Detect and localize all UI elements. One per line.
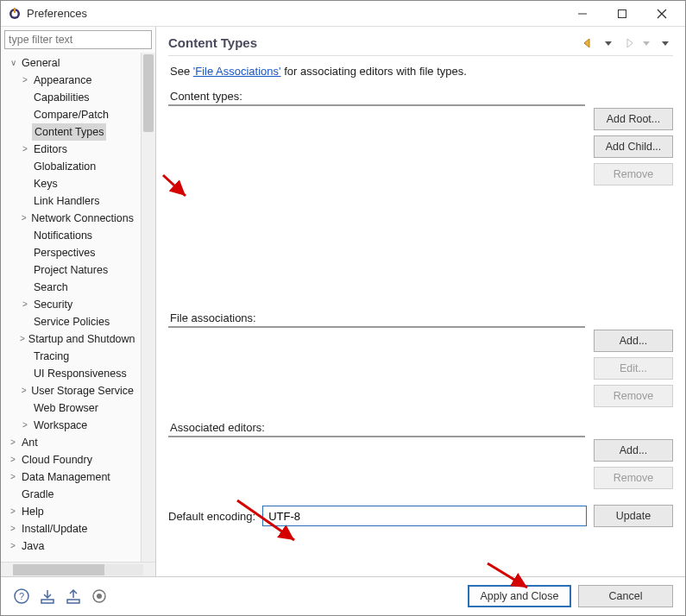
cancel-button[interactable]: Cancel (578, 585, 673, 607)
nav-item-startup-and-shutdown[interactable]: >Startup and Shutdown (4, 330, 141, 348)
nav-item-link-handlers[interactable]: Link Handlers (4, 192, 141, 210)
nav-item-user-storage-service[interactable]: >User Storage Service (4, 382, 141, 399)
nav-item-tracing[interactable]: Tracing (4, 348, 141, 365)
view-menu-icon[interactable] (658, 36, 673, 50)
nav-item-general[interactable]: ∨General (4, 54, 141, 72)
nav-item-globalization[interactable]: Globalization (4, 158, 141, 175)
help-icon[interactable]: ? (13, 588, 30, 605)
nav-item-help[interactable]: >Help (4, 503, 141, 520)
twisty-icon: > (20, 296, 30, 313)
filter-input[interactable] (4, 30, 152, 49)
add-editor-button[interactable]: Add... (594, 439, 673, 462)
remove-editor-button[interactable]: Remove (594, 467, 673, 489)
nav-item-keys[interactable]: Keys (4, 175, 141, 192)
nav-item-web-browser[interactable]: Web Browser (4, 399, 141, 417)
nav-item-label: Network Connections (29, 210, 135, 227)
nav-item-java[interactable]: >Java (4, 537, 141, 555)
add-child-button[interactable]: Add Child... (594, 135, 673, 158)
forward-icon[interactable] (620, 36, 635, 50)
nav-item-label: Service Policies (32, 313, 111, 330)
nav-item-cloud-foundry[interactable]: >Cloud Foundry (4, 451, 141, 468)
nav-item-label: Notifications (32, 227, 94, 244)
nav-item-workspace[interactable]: >Workspace (4, 417, 141, 434)
nav-item-install-update[interactable]: >Install/Update (4, 520, 141, 537)
nav-item-perspectives[interactable]: Perspectives (4, 244, 141, 261)
associated-editors-label: Associated editors: (170, 421, 671, 434)
content-types-label: Content types: (170, 90, 671, 103)
right-panel: Content Types See 'File Associations' fo… (156, 27, 685, 576)
default-encoding-label: Default encoding: (168, 510, 255, 523)
nav-item-label: Link Handlers (32, 192, 101, 210)
svg-rect-2 (14, 8, 16, 13)
twisty-icon: > (8, 468, 18, 486)
add-root-button[interactable]: Add Root... (594, 108, 673, 130)
nav-item-editors[interactable]: >Editors (4, 141, 141, 158)
nav-tree-scrollbar[interactable] (141, 53, 155, 562)
nav-item-ant[interactable]: >Ant (4, 434, 141, 451)
nav-item-label: Web Browser (32, 399, 100, 417)
titlebar: Preferences (1, 1, 685, 27)
remove-content-type-button[interactable]: Remove (594, 163, 673, 185)
file-associations-link[interactable]: 'File Associations' (193, 65, 281, 78)
nav-item-compare-patch[interactable]: Compare/Patch (4, 106, 141, 123)
default-encoding-input[interactable] (262, 506, 587, 526)
twisty-icon: > (20, 382, 28, 399)
import-icon[interactable] (39, 588, 56, 605)
associated-editors-list[interactable]: PPython EditorText EditorTGeneric Text E… (168, 436, 585, 437)
filter-wrapper (4, 30, 152, 49)
export-icon[interactable] (65, 588, 82, 605)
back-icon[interactable] (582, 36, 597, 50)
nav-item-label: Globalization (32, 158, 98, 175)
nav-item-content-types[interactable]: Content Types (4, 123, 141, 141)
nav-item-security[interactable]: >Security (4, 296, 141, 313)
forward-menu-icon[interactable] (639, 36, 654, 50)
nav-item-data-management[interactable]: >Data Management (4, 468, 141, 486)
nav-tree-hscroll[interactable] (1, 562, 155, 576)
nav-item-ui-responsiveness[interactable]: UI Responsiveness (4, 365, 141, 382)
back-menu-icon[interactable] (601, 36, 616, 50)
file-associations-list[interactable]: SConstruct*.pxd*.pxi*.py* nvi (168, 326, 585, 328)
nav-item-search[interactable]: Search (4, 279, 141, 296)
nav-item-label: Install/Update (20, 520, 89, 537)
nav-item-label: Java (20, 537, 46, 555)
nav-tree[interactable]: ∨General>AppearanceCapabilitiesCompare/P… (1, 53, 141, 562)
twisty-icon: > (20, 330, 25, 348)
nav-item-service-policies[interactable]: Service Policies (4, 313, 141, 330)
nav-item-label: Help (20, 503, 46, 520)
nav-item-label: Keys (32, 175, 60, 192)
footer: ? Apply and Close Cancel (1, 577, 685, 615)
nav-item-label: UI Responsiveness (32, 365, 129, 382)
update-encoding-button[interactable]: Update (594, 505, 673, 527)
nav-item-network-connections[interactable]: >Network Connections (4, 210, 141, 227)
remove-file-assoc-button[interactable]: Remove (594, 385, 673, 407)
add-file-assoc-button[interactable]: Add... (594, 330, 673, 352)
nav-item-label: Editors (32, 141, 69, 158)
nav-item-project-natures[interactable]: Project Natures (4, 261, 141, 279)
twisty-icon: > (20, 141, 30, 158)
apply-and-close-button[interactable]: Apply and Close (468, 585, 571, 607)
intro-text: See 'File Associations' for associating … (170, 65, 671, 78)
minimize-button[interactable] (563, 2, 602, 26)
nav-item-label: General (20, 54, 61, 72)
nav-item-label: Gradle (20, 486, 56, 503)
close-button[interactable] (642, 2, 682, 26)
nav-item-label: Tracing (32, 348, 71, 365)
app-icon (8, 7, 22, 21)
edit-file-assoc-button[interactable]: Edit... (594, 357, 673, 380)
nav-item-appearance[interactable]: >Appearance (4, 72, 141, 89)
twisty-icon: > (8, 520, 18, 537)
oomph-icon[interactable] (91, 588, 108, 605)
twisty-icon: > (20, 72, 30, 89)
twisty-icon: > (8, 434, 18, 451)
nav-item-label: Startup and Shutdown (27, 330, 137, 348)
svg-rect-4 (619, 9, 626, 17)
svg-text:?: ? (19, 591, 24, 601)
nav-item-gradle[interactable]: Gradle (4, 486, 141, 503)
nav-item-capabilities[interactable]: Capabilities (4, 89, 141, 106)
nav-item-label: Data Management (20, 468, 112, 486)
maximize-button[interactable] (602, 2, 642, 26)
nav-item-label: Appearance (32, 72, 93, 89)
content-types-list[interactable]: Gradle Build ScriptImageJaCoCo Execution… (168, 104, 585, 106)
nav-item-notifications[interactable]: Notifications (4, 227, 141, 244)
twisty-icon: > (20, 417, 30, 434)
